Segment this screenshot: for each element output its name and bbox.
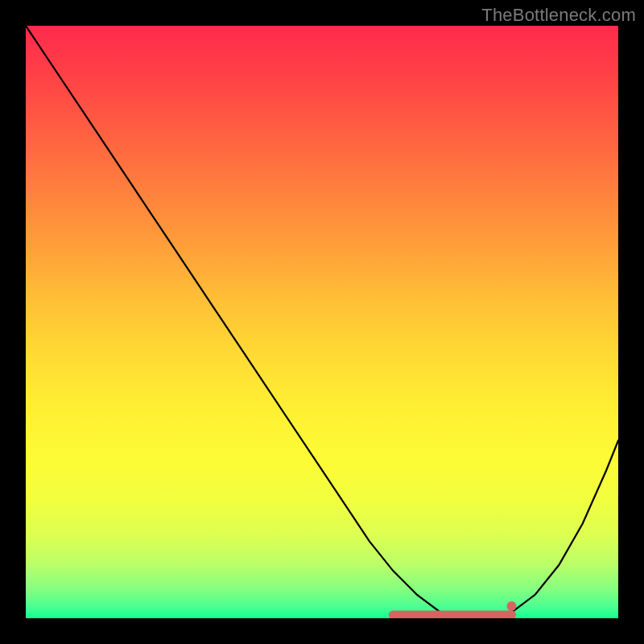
watermark-text: TheBottleneck.com bbox=[481, 5, 636, 26]
chart-stage: TheBottleneck.com bbox=[0, 0, 644, 644]
chart-svg bbox=[26, 26, 618, 618]
plot-area bbox=[26, 26, 618, 618]
bottleneck-curve bbox=[26, 26, 618, 618]
optimum-marker bbox=[507, 601, 517, 611]
